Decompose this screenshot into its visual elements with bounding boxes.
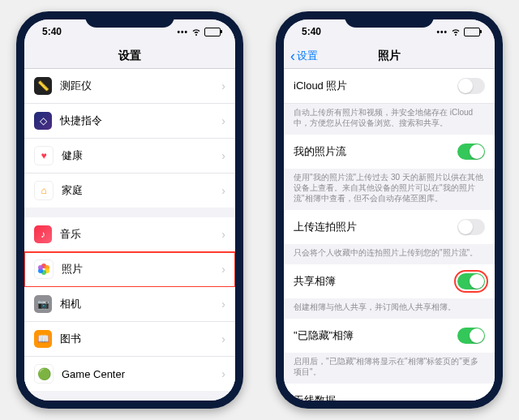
health-icon: ♥ — [34, 146, 54, 165]
chevron-left-icon: ‹ — [290, 49, 295, 63]
chevron-right-icon: › — [221, 228, 225, 241]
label: 音乐 — [60, 227, 221, 242]
page-title: 照片 — [378, 49, 401, 63]
row-photos[interactable]: 照片 › — [24, 252, 235, 287]
notch — [345, 11, 434, 28]
measure-icon: 📏 — [34, 77, 52, 95]
row-wireless-data[interactable]: 无线数据 › — [284, 384, 495, 401]
label: 我的照片流 — [294, 144, 457, 159]
shortcuts-icon: ◇ — [34, 112, 52, 130]
row-shared-albums[interactable]: 共享相簿 — [284, 264, 495, 298]
camera-icon: 📷 — [34, 295, 52, 313]
wifi-icon — [451, 27, 461, 36]
row-shortcuts[interactable]: ◇ 快捷指令 › — [24, 104, 235, 139]
nav-bar: 设置 — [24, 44, 235, 69]
label: 相机 — [60, 297, 221, 311]
signal-icon: ••• — [436, 28, 448, 36]
wifi-icon — [191, 27, 201, 36]
nav-bar: ‹ 设置 照片 — [284, 44, 495, 69]
chevron-right-icon: › — [221, 332, 225, 345]
page-title: 设置 — [118, 49, 141, 63]
label: 健康 — [62, 148, 221, 163]
chevron-right-icon: › — [221, 263, 225, 276]
footer-text: 启用后，"已隐藏"相簿将显示在"相簿"标签页的"更多项目"。 — [284, 353, 495, 377]
back-button[interactable]: ‹ 设置 — [290, 49, 318, 63]
footer-text: 创建相簿与他人共享，并订阅他人共享相簿。 — [284, 298, 495, 312]
battery-icon — [464, 28, 480, 36]
chevron-right-icon: › — [481, 394, 485, 401]
toggle-icloud-photos[interactable] — [457, 78, 485, 94]
toggle-burst-upload[interactable] — [457, 219, 485, 235]
status-time: 5:40 — [302, 26, 321, 37]
status-time: 5:40 — [42, 26, 62, 37]
row-measure[interactable]: 📏 测距仪 › — [24, 69, 235, 104]
footer-text: 使用"我的照片流"上传过去 30 天的新照片以供在其他设备上查看。来自其他设备的… — [284, 169, 495, 204]
row-game-center[interactable]: 🟢 Game Center › — [24, 357, 235, 391]
row-home[interactable]: ⌂ 家庭 › — [24, 174, 235, 208]
row-hidden-album[interactable]: "已隐藏"相簿 — [284, 319, 495, 353]
chevron-right-icon: › — [221, 149, 225, 162]
settings-list[interactable]: 📏 测距仪 › ◇ 快捷指令 › ♥ 健康 › ⌂ 家庭 › — [24, 69, 235, 401]
label: 共享相簿 — [294, 274, 457, 289]
notch — [85, 11, 174, 28]
footer-text: 只会将个人收藏中的连拍照片上传到您的"照片流"。 — [284, 244, 495, 258]
screen-left: 5:40 ••• 设置 📏 测距仪 › ◇ 快捷指令 › — [24, 19, 235, 401]
row-health[interactable]: ♥ 健康 › — [24, 139, 235, 174]
chevron-right-icon: › — [221, 367, 225, 380]
phone-left: 5:40 ••• 设置 📏 测距仪 › ◇ 快捷指令 › — [16, 11, 243, 409]
screen-right: 5:40 ••• ‹ 设置 照片 iCloud 照片 自动上传所有照片和视频，并… — [284, 19, 495, 401]
music-icon: ♪ — [34, 225, 52, 243]
chevron-right-icon: › — [221, 114, 225, 127]
label: 家庭 — [62, 183, 221, 198]
label: 无线数据 — [294, 393, 481, 401]
row-camera[interactable]: 📷 相机 › — [24, 287, 235, 322]
label: iCloud 照片 — [294, 79, 457, 93]
game-center-icon: 🟢 — [34, 364, 54, 384]
footer-text: 自动上传所有照片和视频，并安全地储存在 iCloud 中，方便您从任何设备浏览、… — [284, 104, 495, 128]
label: "已隐藏"相簿 — [294, 328, 457, 343]
home-icon: ⌂ — [34, 181, 54, 200]
label: 快捷指令 — [60, 114, 221, 128]
battery-icon — [204, 28, 221, 36]
chevron-right-icon: › — [221, 184, 225, 197]
row-books[interactable]: 📖 图书 › — [24, 322, 235, 357]
row-music[interactable]: ♪ 音乐 › — [24, 217, 235, 252]
toggle-hidden-album[interactable] — [457, 328, 485, 344]
photos-settings-list[interactable]: iCloud 照片 自动上传所有照片和视频，并安全地储存在 iCloud 中，方… — [284, 69, 495, 401]
label: 图书 — [60, 332, 221, 346]
row-burst-upload[interactable]: 上传连拍照片 — [284, 210, 495, 244]
back-label: 设置 — [297, 49, 318, 63]
phone-right: 5:40 ••• ‹ 设置 照片 iCloud 照片 自动上传所有照片和视频，并… — [276, 11, 503, 409]
books-icon: 📖 — [34, 330, 52, 348]
photos-icon — [34, 259, 54, 279]
signal-icon: ••• — [177, 28, 188, 36]
label: 上传连拍照片 — [294, 220, 457, 234]
chevron-right-icon: › — [221, 79, 225, 92]
label: 照片 — [62, 262, 221, 276]
status-right: ••• — [177, 27, 221, 36]
label: Game Center — [62, 368, 221, 380]
row-icloud-photos[interactable]: iCloud 照片 — [284, 69, 495, 104]
status-right: ••• — [436, 27, 480, 36]
row-photo-stream[interactable]: 我的照片流 — [284, 135, 495, 169]
toggle-photo-stream[interactable] — [457, 144, 485, 160]
toggle-shared-albums[interactable] — [457, 273, 485, 289]
chevron-right-icon: › — [221, 298, 225, 311]
label: 测距仪 — [60, 79, 221, 93]
